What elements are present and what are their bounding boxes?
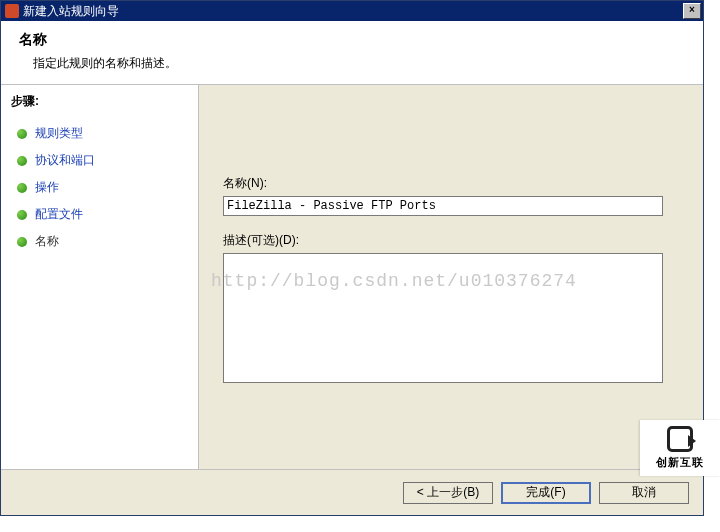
button-row: < 上一步(B) 完成(F) 取消 xyxy=(1,469,703,515)
close-button[interactable]: × xyxy=(683,3,701,19)
step-label: 协议和端口 xyxy=(35,152,95,169)
wizard-dialog: 新建入站规则向导 × 名称 指定此规则的名称和描述。 步骤: 规则类型 协议和端… xyxy=(0,0,704,516)
description-label: 描述(可选)(D): xyxy=(223,232,679,249)
back-button[interactable]: < 上一步(B) xyxy=(403,482,493,504)
name-label: 名称(N): xyxy=(223,175,679,192)
titlebar[interactable]: 新建入站规则向导 × xyxy=(1,1,703,21)
step-profile[interactable]: 配置文件 xyxy=(11,201,188,228)
step-label: 名称 xyxy=(35,233,59,250)
step-action[interactable]: 操作 xyxy=(11,174,188,201)
wizard-body: 步骤: 规则类型 协议和端口 操作 配置文件 名称 名称 xyxy=(1,85,703,505)
brand-badge: 创新互联 xyxy=(640,420,720,476)
step-protocol-ports[interactable]: 协议和端口 xyxy=(11,147,188,174)
step-rule-type[interactable]: 规则类型 xyxy=(11,120,188,147)
page-subtitle: 指定此规则的名称和描述。 xyxy=(19,55,685,72)
step-bullet-icon xyxy=(17,183,27,193)
steps-sidebar: 步骤: 规则类型 协议和端口 操作 配置文件 名称 xyxy=(1,85,199,505)
brand-name: 创新互联 xyxy=(656,455,704,470)
step-name[interactable]: 名称 xyxy=(11,228,188,255)
brand-logo-icon xyxy=(667,426,693,452)
step-label: 规则类型 xyxy=(35,125,83,142)
window-title: 新建入站规则向导 xyxy=(23,3,119,20)
wizard-header: 名称 指定此规则的名称和描述。 xyxy=(1,21,703,85)
step-bullet-icon xyxy=(17,129,27,139)
step-bullet-icon xyxy=(17,210,27,220)
step-label: 配置文件 xyxy=(35,206,83,223)
wizard-content: 名称(N): 描述(可选)(D): xyxy=(199,85,703,505)
description-textarea[interactable] xyxy=(223,253,663,383)
finish-button[interactable]: 完成(F) xyxy=(501,482,591,504)
step-label: 操作 xyxy=(35,179,59,196)
firewall-icon xyxy=(5,4,19,18)
steps-heading: 步骤: xyxy=(11,93,188,110)
step-bullet-icon xyxy=(17,156,27,166)
page-title: 名称 xyxy=(19,31,685,49)
step-bullet-icon xyxy=(17,237,27,247)
cancel-button[interactable]: 取消 xyxy=(599,482,689,504)
name-input[interactable] xyxy=(223,196,663,216)
